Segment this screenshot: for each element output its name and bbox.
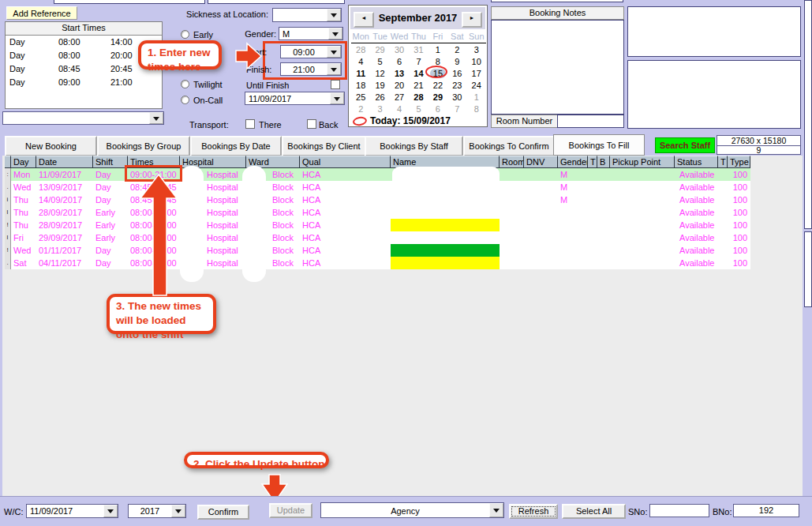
tab-bookings-by-group[interactable]: Bookings By Group bbox=[97, 136, 190, 156]
calendar-day[interactable]: 2 bbox=[447, 44, 466, 56]
chevron-down-icon[interactable] bbox=[489, 503, 503, 517]
calendar-day[interactable]: 31 bbox=[409, 44, 428, 56]
until-finish-checkbox[interactable] bbox=[331, 80, 340, 89]
calendar-day[interactable]: 1 bbox=[467, 92, 486, 103]
table-row[interactable]: .Wed13/09/2017Day08:45-20:45HospitalBloc… bbox=[5, 181, 750, 193]
radio-twilight[interactable] bbox=[181, 80, 189, 88]
calendar-day[interactable]: 8 bbox=[467, 103, 486, 115]
bno-field[interactable]: 192 bbox=[733, 504, 799, 517]
calendar-day[interactable]: 13 bbox=[390, 68, 409, 80]
table-row[interactable]: .Sat04/11/2017Day08:00-14:00HospitalBloc… bbox=[5, 257, 750, 269]
column-header-b[interactable]: B bbox=[597, 156, 610, 168]
column-header-shift[interactable]: Shift bbox=[93, 156, 128, 168]
chevron-down-icon[interactable] bbox=[327, 9, 341, 21]
table-row[interactable]: :Mon11/09/2017Day09:00-21:00HospitalBloc… bbox=[5, 168, 750, 181]
calendar-day[interactable]: 23 bbox=[447, 80, 466, 92]
calendar-day[interactable]: 25 bbox=[351, 92, 370, 103]
chevron-down-icon[interactable] bbox=[327, 46, 341, 58]
calendar-day[interactable]: 16 bbox=[447, 68, 466, 80]
table-row[interactable]: iThu14/09/2017Day08:45-20:45HospitalBloc… bbox=[5, 193, 750, 206]
calendar-day[interactable]: 9 bbox=[447, 56, 466, 68]
year-dropdown[interactable]: 2017 bbox=[128, 504, 186, 518]
column-header-gender[interactable]: Gender bbox=[558, 156, 588, 168]
calendar-day[interactable]: 4 bbox=[351, 56, 370, 68]
notes-textarea-top[interactable] bbox=[627, 6, 801, 57]
tab-new-booking[interactable]: New Booking bbox=[5, 136, 97, 156]
table-row[interactable]: !Wed01/11/2017Day08:00-14:00HospitalBloc… bbox=[5, 244, 750, 257]
tab-bookings-by-client[interactable]: Bookings By Client bbox=[282, 136, 366, 156]
transport-back-checkbox[interactable] bbox=[307, 119, 316, 129]
calendar-day[interactable]: 22 bbox=[428, 80, 447, 92]
refresh-button[interactable]: Refresh bbox=[509, 504, 558, 519]
calendar-day[interactable]: 11 bbox=[351, 68, 370, 80]
confirm-button[interactable]: Confirm bbox=[197, 505, 249, 520]
calendar-day[interactable]: 2 bbox=[351, 103, 370, 115]
add-reference-button[interactable]: Add Reference bbox=[6, 6, 77, 20]
calendar-day[interactable]: 17 bbox=[467, 68, 486, 80]
calendar-day[interactable]: 29 bbox=[370, 44, 389, 56]
gender-dropdown[interactable]: M bbox=[279, 27, 343, 40]
sno-field[interactable] bbox=[649, 504, 709, 517]
chevron-down-icon[interactable] bbox=[103, 505, 118, 517]
calendar-day[interactable]: 5 bbox=[409, 103, 428, 115]
column-header-day[interactable]: Day bbox=[11, 156, 36, 168]
booking-date-dropdown[interactable]: 11/09/2017 bbox=[245, 92, 345, 105]
calendar-day[interactable]: 30 bbox=[390, 44, 409, 56]
calendar-day[interactable]: 30 bbox=[447, 92, 466, 103]
start-time-row[interactable]: Day09:0021:00 bbox=[6, 76, 162, 89]
week-commencing-dropdown[interactable]: 11/09/2017 bbox=[26, 504, 118, 518]
calendar-day[interactable]: 28 bbox=[409, 92, 428, 103]
calendar-day[interactable]: 21 bbox=[409, 80, 428, 92]
agency-dropdown[interactable]: Agency bbox=[320, 502, 504, 518]
calendar-day[interactable]: 28 bbox=[351, 44, 370, 56]
column-header-dnv[interactable]: DNV bbox=[524, 156, 558, 168]
tab-bookings-by-staff[interactable]: Bookings By Staff bbox=[365, 136, 463, 156]
calendar-day[interactable]: 26 bbox=[370, 92, 389, 103]
start-time-dropdown[interactable]: 09:00 bbox=[280, 45, 342, 58]
calendar-day[interactable]: 6 bbox=[390, 56, 409, 68]
calendar-day[interactable]: 6 bbox=[428, 103, 447, 115]
booking-notes-textarea[interactable] bbox=[491, 20, 624, 115]
start-times-combobox[interactable] bbox=[2, 111, 164, 125]
calendar-day[interactable]: 12 bbox=[370, 68, 389, 80]
column-header-indicator[interactable] bbox=[5, 156, 11, 168]
sickness-at-location-dropdown[interactable] bbox=[272, 8, 342, 22]
table-row[interactable]: lThu28/09/2017Early08:00-14:00HospitalBl… bbox=[5, 206, 750, 219]
calendar-day[interactable]: 19 bbox=[370, 80, 389, 92]
chevron-down-icon[interactable] bbox=[328, 28, 342, 39]
chevron-down-icon[interactable] bbox=[149, 112, 163, 124]
column-header-date[interactable]: Date bbox=[36, 156, 93, 168]
radio-on-call[interactable] bbox=[181, 96, 189, 104]
calendar-day[interactable]: 10 bbox=[467, 56, 486, 68]
calendar-day[interactable]: 27 bbox=[390, 92, 409, 103]
radio-early[interactable] bbox=[181, 30, 189, 39]
tab-bookings-by-date[interactable]: Bookings By Date bbox=[190, 136, 282, 156]
calendar-day[interactable]: 3 bbox=[370, 103, 389, 115]
calendar-day[interactable]: 5 bbox=[370, 56, 389, 68]
column-header-pickup-point[interactable]: Pickup Point bbox=[610, 156, 675, 168]
calendar-day[interactable]: 24 bbox=[467, 80, 486, 92]
transport-there-checkbox[interactable] bbox=[245, 119, 255, 129]
finish-time-dropdown[interactable]: 21:00 bbox=[280, 62, 342, 76]
tab-bookings-to-fill[interactable]: Bookings To Fill bbox=[553, 134, 645, 156]
chevron-down-icon[interactable] bbox=[171, 505, 185, 517]
calendar-day[interactable]: 1 bbox=[428, 44, 447, 56]
calendar-day[interactable]: 7 bbox=[447, 103, 466, 115]
calendar-day[interactable]: 3 bbox=[467, 44, 486, 56]
calendar-next-month-button[interactable]: ► bbox=[462, 12, 482, 28]
tab-bookings-to-confirm[interactable]: Bookings To Confirm bbox=[463, 136, 555, 156]
calendar-day[interactable]: 18 bbox=[351, 80, 370, 92]
select-all-button[interactable]: Select All bbox=[562, 504, 626, 519]
column-header-t[interactable]: T bbox=[718, 156, 728, 168]
update-button[interactable]: Update bbox=[269, 503, 312, 518]
column-header-room[interactable]: Room bbox=[500, 156, 524, 168]
table-row[interactable]: lFri29/09/2017Early08:00-14:00HospitalBl… bbox=[5, 231, 750, 244]
search-staff-button[interactable]: Search Staff bbox=[655, 137, 715, 153]
column-header-qual[interactable]: Qual bbox=[300, 156, 391, 168]
room-number-field[interactable] bbox=[557, 115, 624, 128]
column-header-status[interactable]: Status bbox=[675, 156, 718, 168]
column-header-t[interactable]: T bbox=[588, 156, 597, 168]
notes-textarea-bottom[interactable] bbox=[627, 60, 801, 129]
column-header-type[interactable]: Type bbox=[728, 156, 750, 168]
table-row[interactable]: !Thu28/09/2017Early08:00-14:00HospitalBl… bbox=[5, 219, 750, 231]
